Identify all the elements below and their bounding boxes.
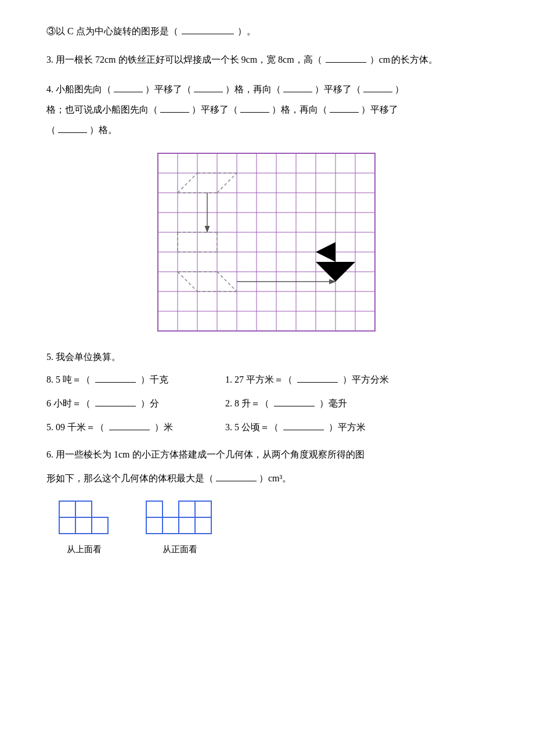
q4-blank5[interactable]: [160, 102, 189, 113]
q3-wire-text: 3. 用一根长 72cm 的铁丝正好可以焊接成一个长 9cm，宽 8cm，高（: [46, 52, 322, 69]
q4-b8: ）格。: [89, 120, 117, 140]
q4-b5: ）平移了（: [192, 99, 238, 120]
conv-1-right: 1. 27 平方米＝（ ）平方分米: [225, 372, 399, 388]
conv3-mid-text: ）米: [154, 419, 173, 436]
q6-text1: 6. 用一些棱长为 1cm 的小正方体搭建成一个几何体，从两个角度观察所得的图: [46, 447, 365, 463]
conv2-runit-text: ）毫升: [319, 395, 347, 412]
conv1-right-blank[interactable]: [297, 372, 338, 383]
question-4-boat: 4. 小船图先向（ ）平移了（ ）格，再向（ ）平移了（ ） 格；也可说成小船图…: [46, 79, 488, 141]
svg-rect-36: [75, 501, 92, 517]
top-view-label: 从上面看: [67, 542, 102, 557]
conv2-right-text: 2. 8 升＝（: [225, 395, 269, 412]
conv-3-left: 5. 09 千米＝（ ）米: [46, 419, 221, 436]
conv1-right-text: 1. 27 平方米＝（: [225, 372, 293, 388]
q6-line1: 6. 用一些棱长为 1cm 的小正方体搭建成一个几何体，从两个角度观察所得的图: [46, 447, 488, 463]
q3-rotation-suffix: ）。: [237, 23, 256, 40]
conv-1-left: 8. 5 吨＝（ ）千克: [46, 372, 221, 388]
svg-marker-33: [316, 242, 335, 262]
conv3-runit-text: ）平方米: [329, 419, 366, 436]
conv1-left-text: 8. 5 吨＝（: [46, 372, 91, 388]
question-3-wire: 3. 用一根长 72cm 的铁丝正好可以焊接成一个长 9cm，宽 8cm，高（ …: [46, 52, 488, 69]
svg-line-31: [217, 272, 237, 291]
conv2-right-blank[interactable]: [274, 395, 315, 406]
conv2-left-text: 6 小时＝（: [46, 395, 91, 412]
q4-b6: ）格，再向（: [272, 99, 327, 120]
q4-blank7[interactable]: [330, 102, 359, 113]
conv-2-left: 6 小时＝（ ）分: [46, 395, 221, 412]
q4-b4: ）: [395, 79, 404, 99]
q4-b2: ）格，再向（: [225, 79, 281, 99]
conv-2-right: 2. 8 升＝（ ）毫升: [225, 395, 399, 412]
svg-rect-43: [146, 517, 163, 534]
svg-line-22: [217, 173, 237, 193]
conv1-mid-text: ）千克: [140, 372, 168, 388]
svg-rect-45: [179, 517, 195, 534]
q4-b3: ）平移了（: [315, 79, 361, 99]
conv2-mid-text: ）分: [140, 395, 159, 412]
grid-figure: [157, 152, 377, 338]
q4-text3: （: [46, 120, 56, 140]
conv1-runit-text: ）平方分米: [342, 372, 389, 388]
grid-wrapper: [157, 152, 377, 338]
svg-rect-35: [59, 501, 75, 517]
svg-rect-40: [146, 501, 163, 517]
conv3-left-text: 5. 09 千米＝（: [46, 419, 104, 436]
q4-text2: 格；也可说成小船图先向（: [46, 99, 158, 120]
question-6: 6. 用一些棱长为 1cm 的小正方体搭建成一个几何体，从两个角度观察所得的图 …: [46, 447, 488, 557]
conv3-right-text: 3. 5 公顷＝（: [225, 419, 279, 436]
conv-3-right: 3. 5 公顷＝（ ）平方米: [225, 419, 399, 436]
q4-blank8[interactable]: [58, 122, 87, 133]
top-view-figure: 从上面看: [58, 500, 110, 557]
question-3-rotation: ③以 C 点为中心旋转的图形是（ ）。: [46, 23, 488, 40]
unit-conversions: 8. 5 吨＝（ ）千克 1. 27 平方米＝（ ）平方分米 6 小时＝（ ）分…: [46, 372, 488, 436]
svg-line-30: [178, 272, 197, 291]
q3-wire-blank[interactable]: [326, 52, 366, 63]
q5-intro: 5. 我会单位换算。: [46, 349, 488, 366]
svg-rect-42: [195, 501, 211, 517]
conv-row-2: 6 小时＝（ ）分 2. 8 升＝（ ）毫升: [46, 395, 488, 412]
q4-b7: ）平移了: [361, 99, 398, 120]
svg-rect-37: [59, 517, 75, 534]
front-view-svg: [145, 500, 215, 536]
question-5: 5. 我会单位换算。 8. 5 吨＝（ ）千克 1. 27 平方米＝（ ）平方分…: [46, 349, 488, 436]
q3-wire-unit: ）cm: [370, 52, 391, 69]
grid-svg: [157, 152, 377, 332]
q5-intro-text: 5. 我会单位换算。: [46, 349, 121, 366]
q4-blank2[interactable]: [194, 81, 223, 92]
svg-rect-41: [179, 501, 195, 517]
q3-rotation-text: ③以 C 点为中心旋转的图形是（: [46, 23, 178, 40]
q4-blank1[interactable]: [114, 81, 143, 92]
svg-rect-38: [75, 517, 92, 534]
q3-wire-suffix: 的长方体。: [391, 52, 438, 69]
q4-text1: 4. 小船图先向（: [46, 79, 111, 99]
q4-blank3[interactable]: [283, 81, 312, 92]
conv2-left-blank[interactable]: [95, 395, 136, 406]
q3-rotation-blank[interactable]: [182, 23, 234, 34]
svg-rect-44: [163, 517, 179, 534]
q3-rotation-line: ③以 C 点为中心旋转的图形是（ ）。: [46, 23, 488, 40]
front-view-label: 从正面看: [163, 542, 197, 557]
q4-b1: ）平移了（: [145, 79, 192, 99]
q6-text2: 形如下，那么这个几何体的体积最大是（: [46, 468, 214, 488]
q6-suffix: ）cm³。: [259, 468, 291, 488]
svg-rect-46: [195, 517, 211, 534]
q3-wire-line: 3. 用一根长 72cm 的铁丝正好可以焊接成一个长 9cm，宽 8cm，高（ …: [46, 52, 488, 69]
q4-blank4[interactable]: [363, 81, 392, 92]
front-view-figure: 从正面看: [145, 500, 215, 557]
conv3-left-blank[interactable]: [109, 419, 150, 430]
q6-line2: 形如下，那么这个几何体的体积最大是（ ）cm³。: [46, 468, 488, 488]
conv1-left-blank[interactable]: [95, 372, 136, 383]
conv3-right-blank[interactable]: [283, 419, 324, 430]
top-view-svg: [58, 500, 110, 536]
conv-row-1: 8. 5 吨＝（ ）千克 1. 27 平方米＝（ ）平方分米: [46, 372, 488, 388]
conv-row-3: 5. 09 千米＝（ ）米 3. 5 公顷＝（ ）平方米: [46, 419, 488, 436]
q6-blank[interactable]: [216, 470, 257, 481]
q4-blank6[interactable]: [240, 102, 269, 113]
views-container: 从上面看 从正面看: [58, 500, 488, 557]
svg-rect-39: [92, 517, 108, 534]
svg-line-21: [178, 173, 197, 193]
